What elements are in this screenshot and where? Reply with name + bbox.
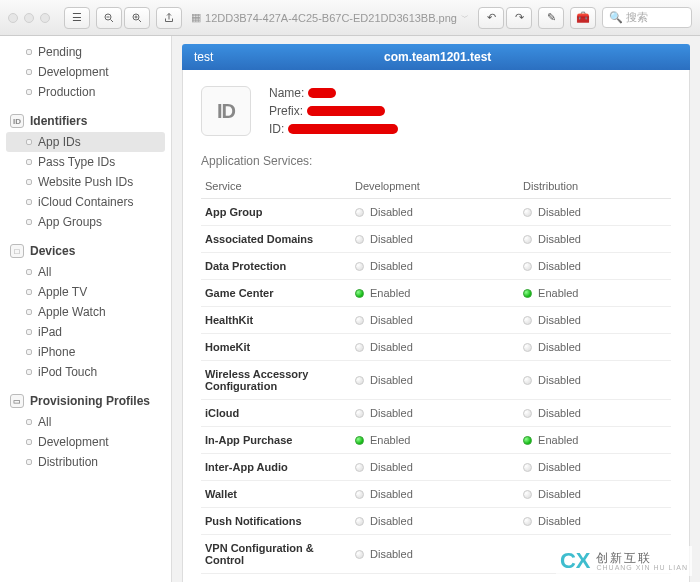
- rotate-left-button[interactable]: ↶: [478, 7, 504, 29]
- status-text: Disabled: [538, 260, 581, 272]
- status-dot-icon: [523, 343, 532, 352]
- sidebar-section-header[interactable]: □Devices: [0, 240, 171, 262]
- section-icon: ▭: [10, 394, 24, 408]
- sidebar-section-header[interactable]: IDIdentifiers: [0, 110, 171, 132]
- status-dot-icon: [355, 376, 364, 385]
- sidebar-item-label: Production: [38, 85, 95, 99]
- appid-header-bar: test com.team1201.test: [182, 44, 690, 70]
- bullet-icon: [26, 199, 32, 205]
- sidebar-item-label: iPod Touch: [38, 365, 97, 379]
- status-dot-icon: [355, 463, 364, 472]
- sidebar-item[interactable]: Pending: [0, 42, 171, 62]
- sidebar-item[interactable]: Pass Type IDs: [0, 152, 171, 172]
- service-row: Associated DomainsDisabledDisabled: [201, 226, 671, 253]
- title-dropdown-icon[interactable]: ﹀: [461, 12, 469, 23]
- service-name: HealthKit: [201, 307, 351, 334]
- sidebar-item-label: Development: [38, 65, 109, 79]
- status-dot-icon: [523, 436, 532, 445]
- sidebar: PendingDevelopmentProductionIDIdentifier…: [0, 36, 172, 582]
- status-text: Disabled: [370, 260, 413, 272]
- status-text: Disabled: [370, 461, 413, 473]
- id-badge-icon: ID: [201, 86, 251, 136]
- sidebar-item[interactable]: Website Push IDs: [0, 172, 171, 192]
- status-dot-icon: [523, 289, 532, 298]
- status-text: Disabled: [538, 374, 581, 386]
- status-dot-icon: [355, 262, 364, 271]
- bullet-icon: [26, 139, 32, 145]
- status-text: Disabled: [538, 488, 581, 500]
- watermark: CX 创新互联 CHUANG XIN HU LIAN: [556, 546, 692, 576]
- toolbar-list-button[interactable]: ☰: [64, 7, 90, 29]
- rotate-right-button[interactable]: ↷: [506, 7, 532, 29]
- sidebar-item[interactable]: Apple Watch: [0, 302, 171, 322]
- dev-status: Disabled: [355, 488, 515, 500]
- share-button[interactable]: [156, 7, 182, 29]
- status-text: Disabled: [538, 206, 581, 218]
- sidebar-item[interactable]: App Groups: [0, 212, 171, 232]
- sidebar-item[interactable]: Production: [0, 82, 171, 102]
- zoom-out-button[interactable]: [96, 7, 122, 29]
- window-filename: 12DD3B74-427A-4C25-B67C-ED21DD3613BB.png: [205, 12, 457, 24]
- service-row: Push NotificationsDisabledDisabled: [201, 508, 671, 535]
- dev-status: Disabled: [355, 260, 515, 272]
- status-text: Enabled: [370, 434, 410, 446]
- sidebar-item-label: iPad: [38, 325, 62, 339]
- services-table: Service Development Distribution App Gro…: [201, 174, 671, 574]
- bullet-icon: [26, 49, 32, 55]
- markup-button[interactable]: ✎: [538, 7, 564, 29]
- dev-status: Disabled: [355, 233, 515, 245]
- minimize-light[interactable]: [24, 13, 34, 23]
- status-dot-icon: [355, 409, 364, 418]
- service-name: In-App Purchase: [201, 427, 351, 454]
- status-text: Disabled: [538, 233, 581, 245]
- bullet-icon: [26, 179, 32, 185]
- service-row: HomeKitDisabledDisabled: [201, 334, 671, 361]
- dev-status: Disabled: [355, 407, 515, 419]
- service-row: App GroupDisabledDisabled: [201, 199, 671, 226]
- sidebar-item-label: All: [38, 415, 51, 429]
- status-dot-icon: [523, 208, 532, 217]
- sidebar-item[interactable]: All: [0, 262, 171, 282]
- sidebar-item[interactable]: iCloud Containers: [0, 192, 171, 212]
- status-dot-icon: [523, 463, 532, 472]
- sidebar-item[interactable]: Apple TV: [0, 282, 171, 302]
- bullet-icon: [26, 369, 32, 375]
- section-title: Identifiers: [30, 114, 87, 128]
- sidebar-item[interactable]: iPod Touch: [0, 362, 171, 382]
- status-text: Disabled: [370, 233, 413, 245]
- search-icon: 🔍: [609, 11, 623, 24]
- toolbox-button[interactable]: 🧰: [570, 7, 596, 29]
- status-dot-icon: [523, 409, 532, 418]
- bullet-icon: [26, 269, 32, 275]
- col-development: Development: [351, 174, 519, 199]
- status-dot-icon: [355, 208, 364, 217]
- status-dot-icon: [523, 517, 532, 526]
- status-text: Disabled: [370, 314, 413, 326]
- zoom-in-button[interactable]: [124, 7, 150, 29]
- watermark-en: CHUANG XIN HU LIAN: [596, 564, 688, 571]
- sidebar-item[interactable]: iPad: [0, 322, 171, 342]
- section-icon: □: [10, 244, 24, 258]
- svg-line-1: [111, 19, 114, 22]
- close-light[interactable]: [8, 13, 18, 23]
- sidebar-item[interactable]: iPhone: [0, 342, 171, 362]
- search-placeholder: 搜索: [626, 10, 648, 25]
- sidebar-item-label: Apple TV: [38, 285, 87, 299]
- sidebar-item-label: Apple Watch: [38, 305, 106, 319]
- sidebar-section-header[interactable]: ▭Provisioning Profiles: [0, 390, 171, 412]
- sidebar-item-label: Development: [38, 435, 109, 449]
- sidebar-item-label: iCloud Containers: [38, 195, 133, 209]
- sidebar-item[interactable]: Development: [0, 432, 171, 452]
- sidebar-item[interactable]: All: [0, 412, 171, 432]
- dist-status: Disabled: [523, 488, 667, 500]
- search-input[interactable]: 🔍 搜索: [602, 7, 692, 28]
- status-text: Disabled: [370, 515, 413, 527]
- sidebar-item[interactable]: Development: [0, 62, 171, 82]
- sidebar-item[interactable]: Distribution: [0, 452, 171, 472]
- dist-status: Disabled: [523, 515, 667, 527]
- status-dot-icon: [523, 316, 532, 325]
- zoom-light[interactable]: [40, 13, 50, 23]
- sidebar-item[interactable]: App IDs: [6, 132, 165, 152]
- status-dot-icon: [355, 289, 364, 298]
- name-label: Name:: [269, 86, 304, 100]
